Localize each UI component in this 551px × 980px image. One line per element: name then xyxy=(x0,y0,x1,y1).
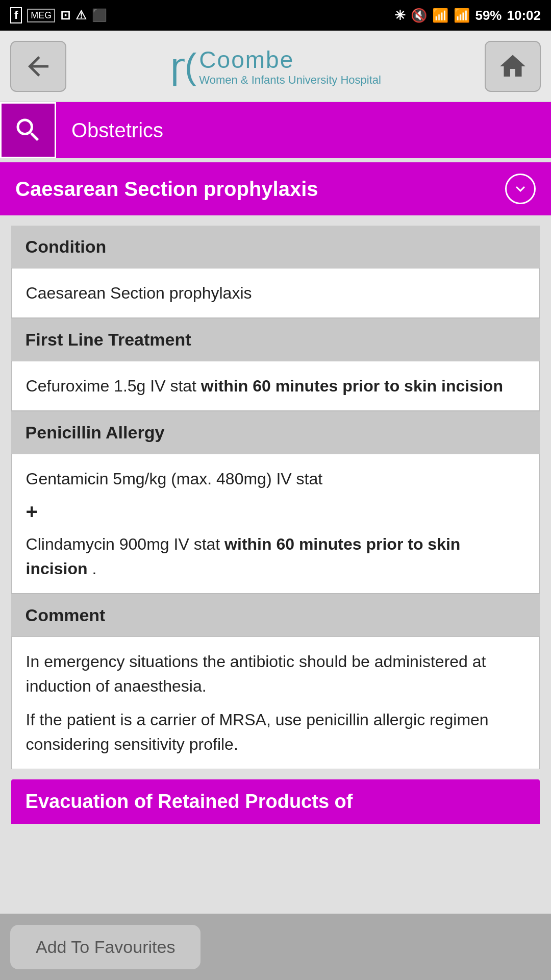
status-bar: f MEG ⊡ ⚠ ⬛ ✳ 🔇 📶 📶 59% 10:02 xyxy=(0,0,551,31)
search-bar[interactable]: Obstetrics xyxy=(0,102,551,158)
comment-paragraph-1: In emergency situations the antibiotic s… xyxy=(26,649,525,698)
status-bar-right-icons: ✳ 🔇 📶 📶 59% 10:02 xyxy=(394,8,541,23)
battery-text: 59% xyxy=(475,8,502,23)
content-area: Condition Caesarean Section prophylaxis … xyxy=(11,226,540,769)
section-header: Caesarean Section prophylaxis xyxy=(0,162,551,215)
wifi-icon: 📶 xyxy=(432,8,448,23)
clindamycin-bold-text: within 60 minutes prior to skin incision xyxy=(26,535,461,578)
time-display: 10:02 xyxy=(507,8,541,23)
comment-header-text: Comment xyxy=(26,605,106,625)
logo-curve-icon: ɼ( xyxy=(170,48,196,84)
comment-paragraph-2: If the patient is a carrier of MRSA, use… xyxy=(26,707,525,756)
mute-icon: 🔇 xyxy=(411,8,427,23)
penicillin-header-text: Penicillin Allergy xyxy=(26,423,165,442)
chevron-down-button[interactable] xyxy=(505,174,536,204)
search-icon xyxy=(13,115,43,145)
section-title: Caesarean Section prophylaxis xyxy=(15,178,318,201)
first-line-value-row: Cefuroxime 1.5g IV stat within 60 minute… xyxy=(11,361,540,411)
facebook-icon: f xyxy=(10,7,22,23)
clindamycin-text: Clindamycin 900mg IV stat within 60 minu… xyxy=(26,535,461,578)
status-bar-left-icons: f MEG ⊡ ⚠ ⬛ xyxy=(10,7,107,23)
image-icon: ⊡ xyxy=(60,8,70,22)
warning-icon: ⚠ xyxy=(76,8,87,22)
back-arrow-icon xyxy=(23,51,54,82)
penicillin-value-row: Gentamicin 5mg/kg (max. 480mg) IV stat +… xyxy=(11,454,540,594)
logo-title: Coombe xyxy=(199,46,381,74)
condition-header-text: Condition xyxy=(26,237,107,256)
plus-sign: + xyxy=(26,496,525,527)
gentamicin-text: Gentamicin 5mg/kg (max. 480mg) IV stat xyxy=(26,470,323,488)
signal-icon: 📶 xyxy=(454,8,470,23)
hospital-logo: ɼ( Coombe Women & Infants University Hos… xyxy=(170,46,381,87)
first-line-bold-text: within 60 minutes prior to skin incision xyxy=(201,377,503,395)
next-section-peek[interactable]: Evacuation of Retained Products of xyxy=(11,779,540,824)
search-category-label: Obstetrics xyxy=(71,119,163,142)
bluetooth-icon: ✳ xyxy=(394,8,406,23)
home-icon xyxy=(497,51,528,82)
device-icon: ⬛ xyxy=(92,8,107,22)
next-section-title: Evacuation of Retained Products of xyxy=(26,791,526,813)
condition-header-row: Condition xyxy=(11,226,540,268)
comment-header-row: Comment xyxy=(11,594,540,637)
chevron-down-icon xyxy=(511,180,530,198)
condition-value-text: Caesarean Section prophylaxis xyxy=(26,284,252,302)
penicillin-header-row: Penicillin Allergy xyxy=(11,411,540,454)
condition-value-row: Caesarean Section prophylaxis xyxy=(11,268,540,318)
meg-icon: MEG xyxy=(27,9,55,22)
first-line-header-text: First Line Treatment xyxy=(26,330,191,349)
logo-subtitle: Women & Infants University Hospital xyxy=(199,74,381,87)
add-to-favourites-button[interactable]: Add To Favourites xyxy=(10,925,201,969)
app-header: ɼ( Coombe Women & Infants University Hos… xyxy=(0,31,551,102)
bottom-bar: Add To Favourites xyxy=(0,914,551,980)
comment-value-row: In emergency situations the antibiotic s… xyxy=(11,637,540,769)
home-button[interactable] xyxy=(485,41,541,92)
first-line-header-row: First Line Treatment xyxy=(11,318,540,361)
search-icon-box[interactable] xyxy=(0,102,56,158)
first-line-value-text: Cefuroxime 1.5g IV stat within 60 minute… xyxy=(26,377,503,395)
back-button[interactable] xyxy=(10,41,66,92)
